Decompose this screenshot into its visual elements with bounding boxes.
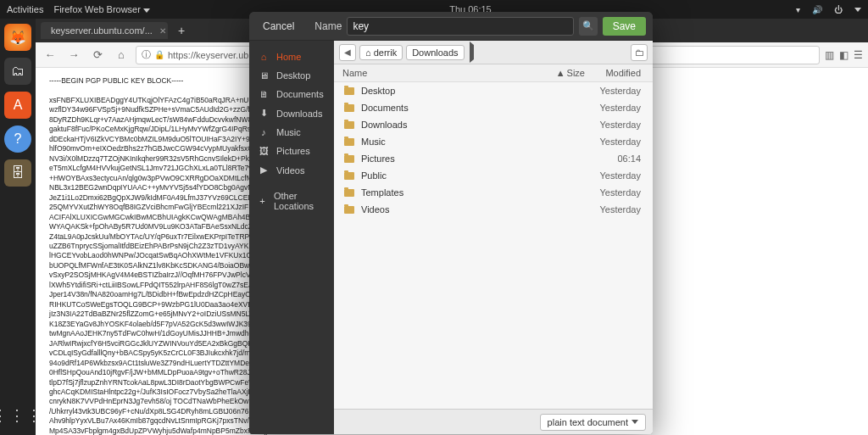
network-icon: ▾: [796, 5, 800, 14]
home-button[interactable]: ⌂: [112, 46, 131, 64]
filetype-dropdown[interactable]: plain text document: [540, 414, 646, 431]
file-name: Music: [361, 137, 542, 147]
path-segment-folder[interactable]: Downloads: [406, 45, 464, 60]
sidebar-item-home[interactable]: ⌂Home: [249, 47, 334, 66]
sidebar-item-label: Documents: [276, 89, 324, 99]
search-button[interactable]: 🔍: [579, 17, 598, 36]
file-modified: 06:14: [585, 153, 644, 164]
tab-close-icon[interactable]: ✕: [159, 26, 166, 36]
dock-software[interactable]: A: [4, 92, 31, 119]
new-tab-button[interactable]: +: [171, 24, 192, 37]
dock-files[interactable]: 🗂: [4, 58, 31, 85]
file-name: Downloads: [361, 120, 542, 130]
col-name[interactable]: Name: [342, 68, 542, 78]
path-bar: ◀ ⌂derrik Downloads 🗀: [334, 41, 653, 64]
chevron-down-icon: [632, 420, 638, 424]
file-modified: Yesterday: [585, 86, 644, 96]
music-icon: ♪: [258, 127, 270, 137]
app-menu[interactable]: Firefox Web Browser: [53, 4, 150, 14]
folder-icon: [342, 170, 356, 181]
file-list: DesktopYesterdayDocumentsYesterdayDownlo…: [334, 82, 653, 409]
sidebar-item-downloads[interactable]: ⬇Downloads: [249, 103, 334, 123]
file-row[interactable]: Pictures06:14: [334, 150, 653, 167]
file-name: Videos: [361, 204, 542, 215]
path-back-button[interactable]: ◀: [339, 44, 356, 61]
file-modified: Yesterday: [585, 170, 644, 181]
file-name: Documents: [361, 103, 542, 113]
videos-icon: ▶: [258, 165, 270, 176]
back-button[interactable]: ←: [41, 46, 59, 64]
sidebar-item-label: Music: [276, 127, 301, 137]
sidebar-item-label: Home: [276, 52, 301, 62]
file-row[interactable]: MusicYesterday: [334, 133, 653, 150]
folder-icon: [342, 153, 356, 165]
file-row[interactable]: PublicYesterday: [334, 167, 653, 184]
home-icon: ⌂: [258, 52, 270, 62]
library-icon[interactable]: ▥: [825, 49, 834, 61]
tab-title: keyserver.ubuntu.com/...: [51, 25, 153, 36]
file-name: Templates: [361, 187, 542, 198]
sidebar-item-label: Other Locations: [274, 191, 326, 211]
filename-input[interactable]: [347, 17, 573, 36]
sidebar-item-desktop[interactable]: 🖥Desktop: [249, 66, 334, 85]
documents-icon: 🗎: [258, 89, 270, 99]
dock-help[interactable]: ?: [4, 125, 31, 153]
sidebar-icon[interactable]: ◧: [839, 49, 849, 61]
downloads-icon: ⬇: [258, 108, 270, 119]
folder-icon: [342, 136, 356, 148]
folder-icon: [342, 119, 356, 131]
sidebar-item-music[interactable]: ♪Music: [249, 123, 334, 142]
sidebar-item-pictures[interactable]: 🖼Pictures: [249, 142, 334, 160]
sidebar-item-label: Pictures: [276, 146, 310, 156]
cancel-button[interactable]: Cancel: [256, 17, 301, 36]
col-modified[interactable]: Modified: [585, 68, 644, 78]
forward-button[interactable]: →: [64, 46, 83, 64]
column-headers: Name ▲Size Modified: [334, 64, 653, 82]
file-modified: Yesterday: [585, 187, 644, 198]
dock-apps-grid[interactable]: ⋮⋮⋮: [0, 406, 43, 425]
desktop-icon: 🖥: [258, 70, 270, 81]
folder-icon: [342, 187, 356, 198]
pictures-icon: 🖼: [258, 146, 270, 156]
activities-button[interactable]: Activities: [7, 4, 43, 14]
file-modified: Yesterday: [585, 204, 644, 215]
dialog-header: Cancel Name 🔍 Save: [249, 12, 653, 41]
file-modified: Yesterday: [585, 120, 644, 130]
file-row[interactable]: DocumentsYesterday: [334, 99, 653, 116]
sidebar-item-label: Desktop: [276, 70, 310, 81]
file-name: Desktop: [361, 86, 542, 96]
sidebar-item-label: Downloads: [276, 109, 322, 119]
plus-icon: +: [258, 196, 267, 206]
file-row[interactable]: DownloadsYesterday: [334, 116, 653, 133]
system-tray[interactable]: ▾ 🔊 ⏻: [791, 5, 861, 14]
file-modified: Yesterday: [585, 137, 644, 147]
home-icon: ⌂: [365, 47, 371, 58]
browser-tab[interactable]: keyserver.ubuntu.com/... ✕: [41, 22, 168, 39]
places-sidebar: ⌂Home🖥Desktop🗎Documents⬇Downloads♪Music🖼…: [249, 41, 334, 434]
sidebar-item-videos[interactable]: ▶Videos: [249, 160, 334, 180]
file-name: Pictures: [361, 153, 542, 164]
file-row[interactable]: DesktopYesterday: [334, 82, 653, 99]
file-pane: ◀ ⌂derrik Downloads 🗀 Name ▲Size Modifie…: [334, 41, 653, 434]
dock: 🦊 🗂 A ? 🗄 ⋮⋮⋮: [0, 19, 36, 435]
menu-icon[interactable]: ☰: [854, 49, 863, 61]
volume-icon: 🔊: [812, 5, 822, 14]
path-segment-home[interactable]: ⌂derrik: [359, 45, 403, 60]
folder-icon: [342, 85, 356, 97]
name-label: Name: [314, 20, 342, 32]
file-modified: Yesterday: [585, 103, 644, 113]
col-size[interactable]: ▲Size: [542, 68, 585, 78]
new-folder-button[interactable]: 🗀: [631, 44, 648, 61]
reload-button[interactable]: ⟳: [88, 46, 107, 64]
save-dialog: Cancel Name 🔍 Save ⌂Home🖥Desktop🗎Documen…: [249, 12, 653, 434]
file-row[interactable]: VideosYesterday: [334, 201, 653, 218]
file-row[interactable]: TemplatesYesterday: [334, 184, 653, 201]
sidebar-item-label: Videos: [276, 165, 304, 176]
folder-icon: [342, 102, 356, 114]
power-icon: ⏻: [834, 5, 843, 14]
dock-firefox[interactable]: 🦊: [4, 24, 31, 51]
save-button[interactable]: Save: [603, 17, 646, 36]
dock-drawer[interactable]: 🗄: [4, 159, 31, 187]
sidebar-item-other-locations[interactable]: +Other Locations: [249, 187, 334, 215]
sidebar-item-documents[interactable]: 🗎Documents: [249, 85, 334, 103]
